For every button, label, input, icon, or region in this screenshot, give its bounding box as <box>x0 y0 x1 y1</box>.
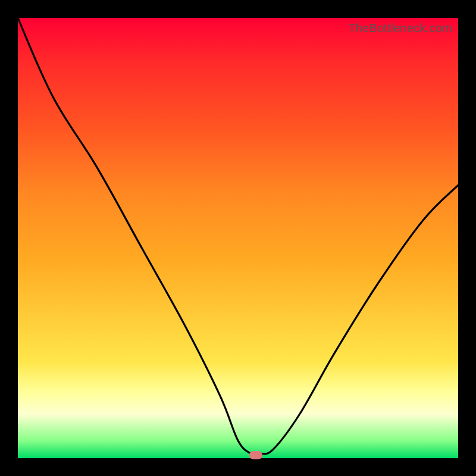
plot-area: TheBottleneck.com <box>18 18 458 458</box>
bottleneck-curve <box>18 18 458 458</box>
chart-frame: TheBottleneck.com <box>0 0 476 476</box>
curve-path <box>18 18 458 455</box>
optimal-marker <box>249 451 262 459</box>
